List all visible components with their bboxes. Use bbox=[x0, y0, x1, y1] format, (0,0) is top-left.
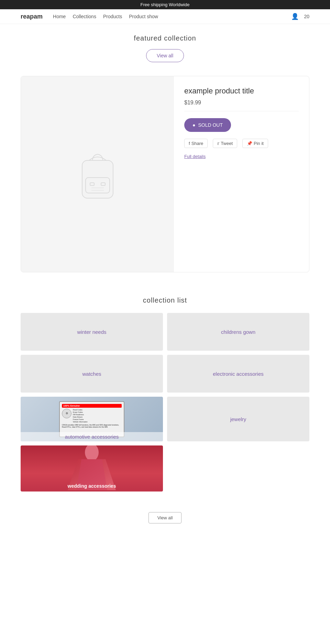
social-share: f Share 𝕣 Tweet 📌 Pin it bbox=[184, 139, 299, 148]
automotive-image: 100% Genuine ⚙ Read CodesErase CodesI/M … bbox=[59, 401, 124, 437]
nav-product-show[interactable]: Product show bbox=[129, 14, 158, 19]
bottom-view-all: View all bbox=[0, 505, 330, 530]
share-label: Share bbox=[191, 141, 204, 146]
collection-title: collection list bbox=[21, 296, 309, 304]
sold-out-button[interactable]: ● SOLD OUT bbox=[184, 118, 231, 132]
collection-item-childrens-gown[interactable]: childrens gown bbox=[167, 313, 309, 351]
collection-item-wedding-accessories[interactable]: wedding accessories bbox=[21, 445, 163, 492]
product-price: $19.99 bbox=[184, 100, 299, 111]
featured-section: featured collection View all bbox=[0, 24, 330, 66]
svg-point-6 bbox=[85, 445, 99, 461]
collection-label-childrens-gown: childrens gown bbox=[218, 326, 259, 338]
header-right: 👤 20 bbox=[291, 13, 309, 20]
header: reapam Home Collections Products Product… bbox=[0, 9, 330, 24]
nav-products[interactable]: Products bbox=[103, 14, 122, 19]
logo[interactable]: reapam bbox=[21, 13, 43, 20]
product-image-area bbox=[21, 76, 174, 272]
collection-section: collection list winter needs childrens g… bbox=[0, 283, 330, 505]
tweet-label: Tweet bbox=[221, 141, 233, 146]
twitter-icon: 𝕣 bbox=[217, 141, 219, 146]
collection-label-watches: watches bbox=[79, 368, 104, 380]
product-info: example product title $19.99 ● SOLD OUT … bbox=[174, 76, 309, 272]
collection-label-winter-needs: winter needs bbox=[74, 326, 110, 338]
collection-label-wedding-accessories: wedding accessories bbox=[21, 481, 163, 492]
collection-label-jewelry: jewelry bbox=[227, 413, 250, 426]
cart-count[interactable]: 20 bbox=[304, 14, 309, 19]
svg-rect-1 bbox=[86, 178, 110, 193]
pin-button[interactable]: 📌 Pin it bbox=[242, 139, 268, 148]
top-banner: Free shipping Worldwide bbox=[0, 0, 330, 9]
nav-collections[interactable]: Collections bbox=[73, 14, 96, 19]
product-image bbox=[67, 140, 129, 208]
collection-label-automotive-accessories: automotive accessories bbox=[21, 432, 163, 441]
collection-item-automotive-accessories[interactable]: 100% Genuine ⚙ Read CodesErase CodesI/M … bbox=[21, 397, 163, 441]
featured-title: featured collection bbox=[7, 34, 323, 42]
nav-home[interactable]: Home bbox=[53, 14, 66, 19]
product-title: example product title bbox=[184, 87, 299, 95]
pin-label: Pin it bbox=[254, 141, 264, 146]
user-icon[interactable]: 👤 bbox=[291, 13, 299, 20]
sold-out-label: SOLD OUT bbox=[198, 122, 223, 128]
featured-view-all-button[interactable]: View all bbox=[146, 49, 184, 62]
header-left: reapam Home Collections Products Product… bbox=[21, 13, 158, 20]
collection-item-electronic-accessories[interactable]: electronic accessories bbox=[167, 355, 309, 393]
pinterest-icon: 📌 bbox=[247, 141, 252, 146]
collection-item-winter-needs[interactable]: winter needs bbox=[21, 313, 163, 351]
collection-label-electronic-accessories: electronic accessories bbox=[209, 368, 267, 380]
product-card: example product title $19.99 ● SOLD OUT … bbox=[21, 76, 309, 272]
sold-out-icon: ● bbox=[192, 122, 195, 128]
main-nav: Home Collections Products Product show bbox=[53, 14, 158, 19]
share-icon: f bbox=[189, 141, 190, 146]
collection-item-jewelry[interactable]: jewelry bbox=[167, 397, 309, 441]
full-details-link[interactable]: Full details bbox=[184, 154, 206, 159]
collection-item-watches[interactable]: watches bbox=[21, 355, 163, 393]
tweet-button[interactable]: 𝕣 Tweet bbox=[213, 139, 237, 148]
collection-view-all-button[interactable]: View all bbox=[148, 512, 182, 523]
collection-grid: winter needs childrens gown watches elec… bbox=[21, 313, 309, 492]
banner-text: Free shipping Worldwide bbox=[141, 2, 190, 7]
share-button[interactable]: f Share bbox=[184, 139, 208, 148]
